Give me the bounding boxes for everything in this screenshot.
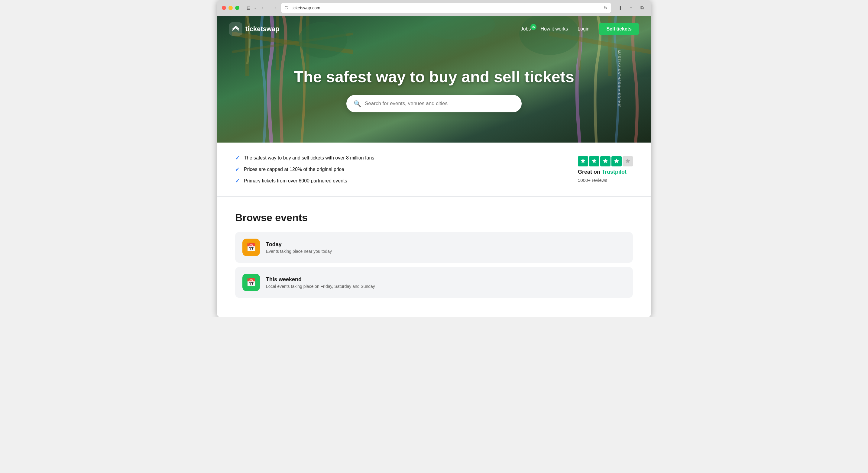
traffic-lights	[222, 6, 239, 10]
star-rating	[578, 156, 633, 166]
close-button[interactable]	[222, 6, 226, 10]
today-icon: 📅	[242, 239, 260, 256]
browser-window: ⊟ ⌄ ← → 🛡 ticketswap.com ↻ ⬆ + ⧉	[217, 0, 651, 317]
side-watermark: MARTIKA KATHARINA SOPHIE	[617, 50, 621, 108]
address-bar[interactable]: 🛡 ticketswap.com ↻	[281, 3, 611, 13]
browser-controls: ⊟ ⌄	[244, 5, 257, 11]
check-icon-2: ✓	[235, 166, 240, 173]
features-bar: ✓ The safest way to buy and sell tickets…	[217, 142, 651, 197]
browser-actions: ⬆ + ⧉	[616, 4, 646, 12]
trustpilot-link[interactable]: Trustpilot	[602, 169, 626, 175]
shield-icon: 🛡	[285, 5, 289, 10]
new-tab-button[interactable]: +	[627, 4, 635, 12]
trustpilot-section: Great on Trustpilot 5000+ reviews	[578, 156, 633, 183]
weekend-subtitle: Local events taking place on Friday, Sat…	[266, 284, 375, 289]
hero-headline: The safest way to buy and sell tickets	[217, 68, 651, 86]
event-card-weekend[interactable]: 📅 This weekend Local events taking place…	[235, 267, 633, 298]
nav-jobs-link[interactable]: Jobs 25	[521, 26, 531, 32]
sell-tickets-button[interactable]: Sell tickets	[599, 23, 639, 35]
browse-title: Browse events	[235, 212, 633, 224]
share-button[interactable]: ⬆	[616, 4, 624, 12]
hero-text: The safest way to buy and sell tickets 🔍	[217, 68, 651, 112]
logo-text: ticketswap	[245, 25, 280, 33]
star-5-empty	[623, 156, 633, 166]
search-bar[interactable]: 🔍	[346, 95, 522, 112]
features-list: ✓ The safest way to buy and sell tickets…	[235, 155, 374, 184]
nav-links: Jobs 25 How it works Login Sell tickets	[521, 23, 639, 35]
star-4	[612, 156, 622, 166]
browser-titlebar: ⊟ ⌄ ← → 🛡 ticketswap.com ↻ ⬆ + ⧉	[217, 0, 651, 16]
weekend-icon: 📅	[242, 274, 260, 291]
event-info-today: Today Events taking place near you today	[266, 241, 332, 254]
forward-button[interactable]: →	[270, 4, 279, 12]
jobs-badge: 25	[530, 24, 536, 30]
today-subtitle: Events taking place near you today	[266, 249, 332, 254]
refresh-icon[interactable]: ↻	[604, 5, 608, 10]
feature-text-1: The safest way to buy and sell tickets w…	[244, 155, 374, 161]
check-icon-1: ✓	[235, 155, 240, 161]
page-content: ticketswap Jobs 25 How it works Login Se…	[217, 16, 651, 317]
nav-how-it-works-link[interactable]: How it works	[541, 26, 568, 32]
minimize-button[interactable]	[228, 6, 233, 10]
feature-text-3: Primary tickets from over 6000 partnered…	[244, 178, 347, 183]
url-text: ticketswap.com	[291, 5, 320, 10]
feature-item-2: ✓ Prices are capped at 120% of the origi…	[235, 166, 374, 173]
dropdown-chevron-icon[interactable]: ⌄	[254, 6, 257, 10]
navigation: ticketswap Jobs 25 How it works Login Se…	[217, 16, 651, 42]
star-1	[578, 156, 588, 166]
search-icon: 🔍	[353, 100, 361, 107]
today-title: Today	[266, 241, 332, 248]
browse-section: Browse events 📅 Today Events taking plac…	[217, 197, 651, 317]
weekend-title: This weekend	[266, 276, 375, 283]
trustpilot-text: Great on Trustpilot	[578, 169, 626, 175]
feature-text-2: Prices are capped at 120% of the origina…	[244, 167, 344, 172]
back-button[interactable]: ←	[259, 4, 268, 12]
star-3	[600, 156, 611, 166]
feature-item-3: ✓ Primary tickets from over 6000 partner…	[235, 178, 374, 184]
event-info-weekend: This weekend Local events taking place o…	[266, 276, 375, 289]
check-icon-3: ✓	[235, 178, 240, 184]
sidebar-toggle-icon[interactable]: ⊟	[244, 5, 253, 11]
fullscreen-button[interactable]	[235, 6, 239, 10]
feature-item-1: ✓ The safest way to buy and sell tickets…	[235, 155, 374, 161]
nav-login-link[interactable]: Login	[578, 26, 589, 32]
search-input[interactable]	[365, 101, 515, 107]
hero-section: ticketswap Jobs 25 How it works Login Se…	[217, 16, 651, 142]
logo-icon	[229, 22, 242, 36]
event-card-today[interactable]: 📅 Today Events taking place near you tod…	[235, 232, 633, 263]
star-2	[589, 156, 599, 166]
reviews-count: 5000+ reviews	[578, 178, 607, 183]
logo[interactable]: ticketswap	[229, 22, 280, 36]
windows-button[interactable]: ⧉	[638, 4, 646, 12]
